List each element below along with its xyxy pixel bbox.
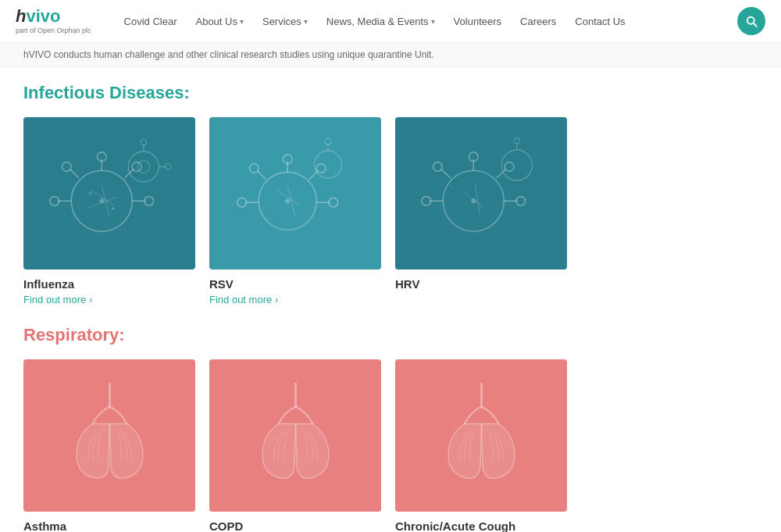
svg-point-27 (316, 163, 326, 173)
search-button[interactable] (737, 7, 765, 35)
card-chronic-cough: Chronic/Acute Cough (395, 359, 567, 532)
svg-point-14 (128, 152, 159, 182)
logo-text: hvivo (16, 8, 91, 25)
nav-label-about-us: About Us (195, 16, 237, 27)
svg-point-53 (501, 150, 532, 180)
nav-item-careers[interactable]: Careers (511, 0, 565, 43)
svg-line-52 (475, 184, 480, 215)
card-copd: COPD (209, 359, 381, 532)
virus-illustration-rsv (209, 117, 381, 270)
card-asthma-title: Asthma (23, 520, 195, 532)
arrow-right-icon: › (89, 295, 92, 305)
nav-item-about-us[interactable]: About Us ▾ (186, 0, 252, 43)
svg-point-4 (132, 162, 141, 172)
nav-label-covid-clear: Covid Clear (124, 16, 177, 27)
lungs-illustration-copd (231, 378, 360, 492)
card-hrv: HRV (395, 117, 567, 305)
nav-label-contact: Contact Us (575, 16, 625, 27)
nav-item-volunteers[interactable]: Volunteers (444, 0, 511, 43)
nav-item-services[interactable]: Services ▾ (253, 0, 317, 43)
svg-line-47 (440, 169, 451, 178)
card-asthma: Asthma (23, 359, 195, 532)
svg-line-43 (497, 169, 507, 178)
card-rsv-link-text: Find out more (209, 294, 272, 305)
respiratory-heading: Respiratory: (23, 325, 758, 345)
svg-point-39 (285, 198, 290, 203)
card-chronic-cough-image (395, 359, 567, 512)
logo-h: h (16, 6, 26, 26)
top-banner: hVIVO conducts human challenge and other… (0, 43, 781, 67)
svg-point-8 (62, 162, 72, 172)
main-content: Infectious Diseases: (0, 67, 781, 532)
svg-point-21 (89, 192, 92, 195)
svg-point-56 (471, 198, 476, 203)
card-influenza-link-text: Find out more (23, 294, 86, 305)
lungs-illustration-chronic-cough (417, 378, 546, 492)
virus-illustration-hrv (395, 117, 567, 270)
card-influenza-link[interactable]: Find out more › (23, 294, 195, 305)
nav-label-volunteers: Volunteers (454, 16, 501, 27)
logo-subtitle: part of Open Orphan plc (16, 27, 91, 34)
svg-point-55 (514, 137, 520, 144)
banner-text: hVIVO conducts human challenge and other… (23, 49, 434, 60)
svg-point-17 (141, 139, 147, 145)
card-copd-image (209, 359, 381, 512)
infectious-diseases-heading: Infectious Diseases: (23, 83, 758, 103)
card-hrv-title: HRV (395, 277, 567, 291)
nav-item-contact[interactable]: Contact Us (565, 0, 634, 43)
svg-point-15 (137, 161, 150, 173)
svg-point-44 (505, 162, 514, 172)
logo[interactable]: hvivo part of Open Orphan plc (16, 8, 91, 34)
arrow-right-icon: › (275, 295, 278, 305)
virus-illustration-influenza (23, 117, 195, 270)
infectious-cards-grid: Influenza Find out more › (23, 117, 758, 305)
card-influenza-title: Influenza (23, 277, 195, 291)
main-nav: Covid Clear About Us ▾ Services ▾ News, … (115, 0, 737, 43)
svg-point-22 (112, 207, 115, 210)
card-rsv-title: RSV (209, 277, 381, 291)
card-rsv-image (209, 117, 381, 270)
main-header: hvivo part of Open Orphan plc Covid Clea… (0, 0, 781, 43)
respiratory-cards-grid: Asthma (23, 359, 758, 532)
card-rsv-link[interactable]: Find out more › (209, 294, 381, 305)
card-chronic-cough-title: Chronic/Acute Cough (395, 520, 567, 532)
card-influenza-image (23, 117, 195, 270)
chevron-down-icon: ▾ (304, 17, 308, 26)
nav-label-careers: Careers (520, 16, 556, 27)
svg-point-19 (165, 163, 171, 170)
nav-label-news: News, Media & Events (326, 16, 429, 27)
nav-item-news[interactable]: News, Media & Events ▾ (317, 0, 444, 43)
logo-vivo: vivo (26, 6, 60, 26)
chevron-down-icon: ▾ (431, 17, 435, 26)
svg-point-20 (99, 198, 104, 203)
chevron-down-icon: ▾ (240, 17, 244, 26)
svg-line-30 (257, 170, 266, 180)
svg-line-7 (70, 169, 79, 178)
respiratory-section: Respiratory: (23, 325, 758, 532)
card-influenza: Influenza Find out more › (23, 117, 195, 305)
card-copd-title: COPD (209, 520, 381, 532)
lungs-illustration-asthma (45, 378, 174, 492)
search-icon (744, 14, 758, 28)
svg-point-31 (250, 163, 259, 173)
nav-item-covid-clear[interactable]: Covid Clear (115, 0, 187, 43)
card-asthma-image (23, 359, 195, 512)
svg-point-38 (325, 138, 331, 145)
card-hrv-image (395, 117, 567, 270)
svg-point-48 (433, 162, 443, 172)
card-rsv: RSV Find out more › (209, 117, 381, 305)
nav-label-services: Services (262, 16, 301, 27)
